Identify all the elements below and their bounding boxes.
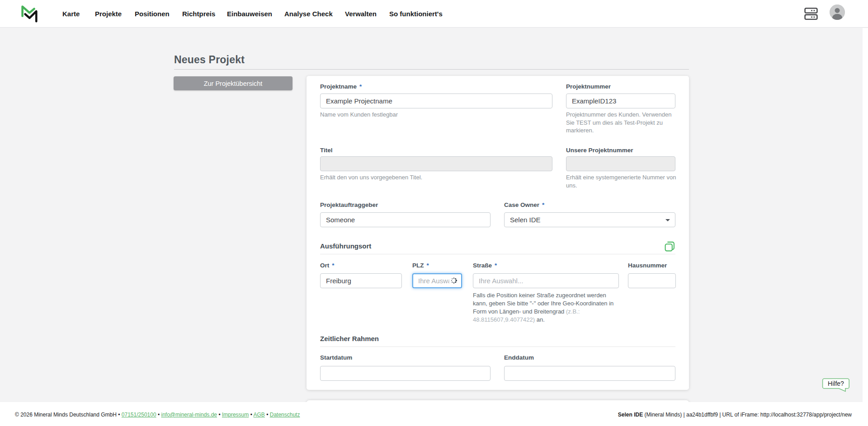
scrollbar-track[interactable]	[863, 28, 868, 426]
select-caret-icon	[665, 219, 670, 221]
hausnummer-label-text: Hausnummer	[628, 262, 667, 269]
case-owner-label: Case Owner*	[504, 201, 675, 210]
section-ausfuehrungsort-title: Ausführungsort	[320, 242, 371, 250]
nav-projekte[interactable]: Projekte	[95, 0, 122, 28]
field-enddatum: Enddatum	[504, 353, 675, 381]
field-case-owner: Case Owner* Selen IDE	[504, 201, 675, 227]
projektnummer-helper: Projektnummer des Kunden. Verwenden Sie …	[566, 111, 679, 135]
hausnummer-label: Hausnummer	[628, 261, 676, 270]
copy-icon[interactable]	[664, 241, 676, 253]
required-asterisk: *	[427, 262, 429, 269]
project-form-card: Projektname* Name vom Kunden festlegbar …	[307, 76, 689, 390]
nav-verwalten[interactable]: Verwalten	[345, 0, 377, 28]
field-projektnummer: Projektnummer Projektnummer des Kunden. …	[566, 82, 675, 135]
footer-separator: •	[250, 412, 252, 418]
startdatum-label-text: Startdatum	[320, 354, 352, 361]
titel-label-text: Titel	[320, 147, 333, 154]
nav-richtpreis[interactable]: Richtpreis	[182, 0, 215, 28]
title-divider	[174, 69, 689, 70]
unsere-projektnummer-label: Unsere Projektnummer	[566, 146, 675, 155]
projektname-input[interactable]	[320, 94, 552, 108]
ort-label: Ort*	[320, 261, 402, 270]
field-startdatum: Startdatum	[320, 353, 491, 381]
startdatum-input[interactable]	[320, 366, 491, 381]
projektnummer-label-text: Projektnummer	[566, 83, 611, 90]
required-asterisk: *	[359, 83, 362, 90]
required-asterisk: *	[542, 201, 544, 208]
field-titel: Titel Erhält den von uns vorgegebenen Ti…	[320, 146, 552, 182]
titel-label: Titel	[320, 146, 552, 155]
case-owner-value: Selen IDE	[510, 216, 541, 224]
footer-link-phone[interactable]: 07151/250100	[122, 412, 156, 418]
footer-link-impressum[interactable]: Impressum	[222, 412, 249, 418]
titel-helper: Erhält den von uns vorgegebenen Titel.	[320, 173, 552, 182]
enddatum-label: Enddatum	[504, 353, 675, 362]
ort-label-text: Ort	[320, 262, 329, 269]
plz-input-wrap	[412, 273, 462, 288]
footer-legal: © 2026 Mineral Minds Deutschland GmbH • …	[15, 412, 300, 418]
app-footer: © 2026 Mineral Minds Deutschland GmbH • …	[0, 402, 868, 426]
strasse-helper: Falls die Position keiner Straße zugeord…	[473, 291, 617, 324]
app-header: Karte Projekte Positionen Richtpreis Ein…	[0, 0, 868, 28]
field-ort: Ort*	[320, 261, 402, 288]
projektauftraggeber-input[interactable]	[320, 212, 491, 227]
projektnummer-input[interactable]	[566, 94, 675, 108]
field-hausnummer: Hausnummer	[628, 261, 676, 288]
field-projektauftraggeber: Projektauftraggeber	[320, 201, 491, 227]
case-owner-select[interactable]: Selen IDE	[504, 212, 675, 227]
startdatum-label: Startdatum	[320, 353, 491, 362]
unsere-projektnummer-helper: Erhält eine systemgenerierte Nummer von …	[566, 173, 679, 189]
nav-karte[interactable]: Karte	[62, 0, 80, 28]
field-strasse: Straße*	[473, 261, 619, 288]
footer-session-info: Selen IDE (Mineral Minds) | aa24b1dffbf9…	[618, 412, 852, 418]
enddatum-label-text: Enddatum	[504, 354, 534, 361]
unsere-projektnummer-label-text: Unsere Projektnummer	[566, 147, 633, 154]
footer-separator: •	[266, 412, 268, 418]
case-owner-label-text: Case Owner	[504, 201, 539, 208]
mineral-minds-logo-icon[interactable]	[21, 5, 38, 24]
plz-label: PLZ*	[412, 261, 462, 270]
server-icon[interactable]	[804, 7, 818, 23]
ort-input[interactable]	[320, 273, 402, 288]
footer-link-datenschutz[interactable]: Datenschutz	[270, 412, 300, 418]
section-divider	[320, 346, 675, 347]
field-plz: PLZ*	[412, 261, 462, 288]
required-asterisk: *	[332, 262, 334, 269]
strasse-input[interactable]	[473, 273, 619, 288]
project-overview-button[interactable]: Zur Projektübersicht	[174, 76, 292, 90]
loading-spinner-icon	[451, 277, 457, 284]
field-unsere-projektnummer: Unsere Projektnummer Erhält eine systemg…	[566, 146, 675, 189]
help-button[interactable]: Hilfe?	[822, 378, 851, 395]
plz-label-text: PLZ	[412, 262, 424, 269]
nav-einbauweisen[interactable]: Einbauweisen	[227, 0, 272, 28]
page-title: Neues Projekt	[174, 54, 245, 66]
footer-link-agb[interactable]: AGB	[254, 412, 265, 418]
footer-separator: •	[158, 412, 160, 418]
user-avatar[interactable]	[830, 5, 845, 20]
projektname-helper: Name vom Kunden festlegbar	[320, 111, 552, 119]
unsere-projektnummer-input	[566, 156, 675, 171]
hausnummer-input[interactable]	[628, 273, 676, 288]
session-details: (Mineral Minds) | aa24b1dffbf9 | URL of …	[643, 412, 852, 418]
required-asterisk: *	[495, 262, 497, 269]
copyright-text: © 2026 Mineral Minds Deutschland GmbH	[15, 412, 117, 418]
strasse-helper-tail: an.	[535, 316, 545, 323]
titel-input	[320, 156, 552, 171]
footer-separator: •	[218, 412, 220, 418]
field-projektname: Projektname* Name vom Kunden festlegbar	[320, 82, 552, 119]
section-divider	[320, 254, 675, 254]
strasse-helper-main: Falls die Position keiner Straße zugeord…	[473, 292, 613, 315]
projektauftraggeber-label: Projektauftraggeber	[320, 201, 491, 210]
session-user: Selen IDE	[618, 412, 643, 418]
projektauftraggeber-label-text: Projektauftraggeber	[320, 201, 378, 208]
nav-positionen[interactable]: Positionen	[135, 0, 170, 28]
projektnummer-label: Projektnummer	[566, 82, 675, 91]
footer-separator: •	[118, 412, 120, 418]
section-zeitlicher-rahmen-title: Zeitlicher Rahmen	[320, 335, 379, 342]
enddatum-input[interactable]	[504, 366, 675, 381]
footer-link-email[interactable]: info@mineral-minds.de	[161, 412, 217, 418]
nav-so-funktionierts[interactable]: So funktioniert's	[389, 0, 443, 28]
help-button-label: Hilfe?	[828, 380, 844, 387]
projektname-label-text: Projektname	[320, 83, 357, 90]
nav-analyse-check[interactable]: Analyse Check	[284, 0, 333, 28]
